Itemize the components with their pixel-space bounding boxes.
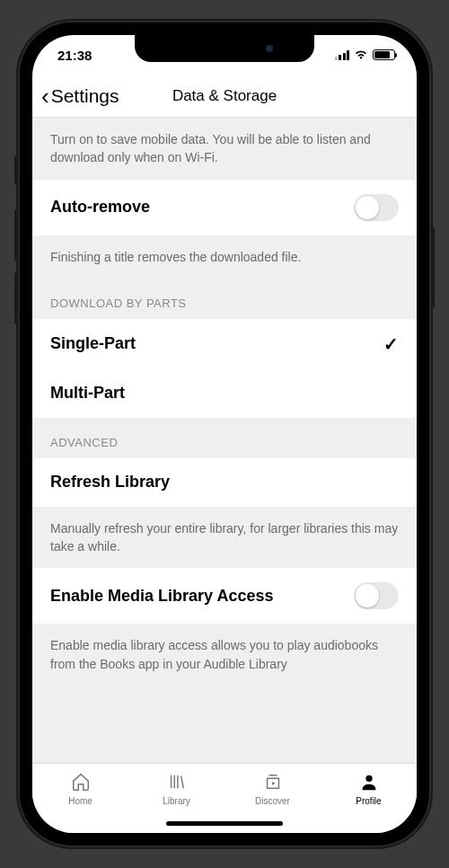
profile-icon (359, 771, 379, 793)
checkmark-icon: ✓ (383, 333, 399, 355)
status-time: 21:38 (57, 48, 92, 63)
tab-profile[interactable]: Profile (321, 771, 417, 817)
front-camera-icon (266, 45, 273, 52)
volume-up-button (14, 209, 18, 261)
toggle-knob-icon (356, 196, 379, 219)
status-indicators (335, 49, 396, 60)
notch (135, 35, 314, 62)
screen: 21:38 ‹ Settings Data & Stor (32, 35, 417, 833)
battery-icon (373, 49, 395, 60)
tab-library[interactable]: Library (128, 771, 224, 817)
tab-profile-label: Profile (356, 796, 381, 806)
tab-home[interactable]: Home (32, 771, 128, 817)
refresh-library-description: Manually refresh your entire library, fo… (32, 507, 417, 569)
auto-remove-toggle[interactable] (354, 194, 399, 221)
media-library-access-toggle[interactable] (354, 582, 399, 609)
media-library-access-label: Enable Media Library Access (50, 587, 273, 606)
multi-part-label: Multi-Part (50, 384, 125, 403)
svg-point-0 (365, 775, 372, 782)
page-title: Data & Storage (172, 87, 277, 105)
refresh-library-label: Refresh Library (50, 473, 170, 492)
power-button (431, 227, 435, 308)
media-library-access-description: Enable media library access allows you t… (32, 624, 417, 686)
phone-frame: 21:38 ‹ Settings Data & Stor (18, 21, 431, 847)
auto-remove-label: Auto-remove (50, 198, 150, 217)
cellular-signal-icon (335, 50, 350, 60)
single-part-label: Single-Part (50, 334, 136, 353)
home-icon (71, 771, 91, 793)
tab-home-label: Home (68, 796, 92, 806)
single-part-option[interactable]: Single-Part ✓ (32, 319, 417, 369)
home-indicator[interactable] (166, 821, 283, 826)
nav-header: ‹ Settings Data & Storage (32, 75, 417, 118)
download-parts-header: DOWNLOAD BY PARTS (32, 279, 417, 319)
tab-discover[interactable]: Discover (224, 771, 321, 817)
advanced-header: ADVANCED (32, 418, 417, 458)
library-icon (167, 771, 187, 793)
back-button[interactable]: ‹ Settings (41, 84, 119, 108)
auto-remove-row[interactable]: Auto-remove (32, 180, 417, 235)
wifi-icon (354, 49, 368, 60)
multi-part-option[interactable]: Multi-Part (32, 369, 417, 418)
tab-discover-label: Discover (255, 796, 290, 806)
discover-icon (263, 771, 283, 793)
content-scroll[interactable]: Turn on to save mobile data. You will be… (32, 118, 417, 763)
chevron-left-icon: ‹ (41, 84, 49, 108)
volume-down-button (14, 272, 18, 324)
tab-bar: Home Library Discover (32, 763, 417, 833)
toggle-knob-icon (356, 584, 379, 607)
back-label: Settings (51, 85, 119, 107)
wifi-only-description: Turn on to save mobile data. You will be… (32, 118, 417, 180)
auto-remove-description: Finishing a title removes the downloaded… (32, 235, 417, 279)
refresh-library-row[interactable]: Refresh Library (32, 458, 417, 507)
tab-library-label: Library (163, 796, 190, 806)
mute-switch (14, 155, 18, 184)
media-library-access-row[interactable]: Enable Media Library Access (32, 568, 417, 624)
